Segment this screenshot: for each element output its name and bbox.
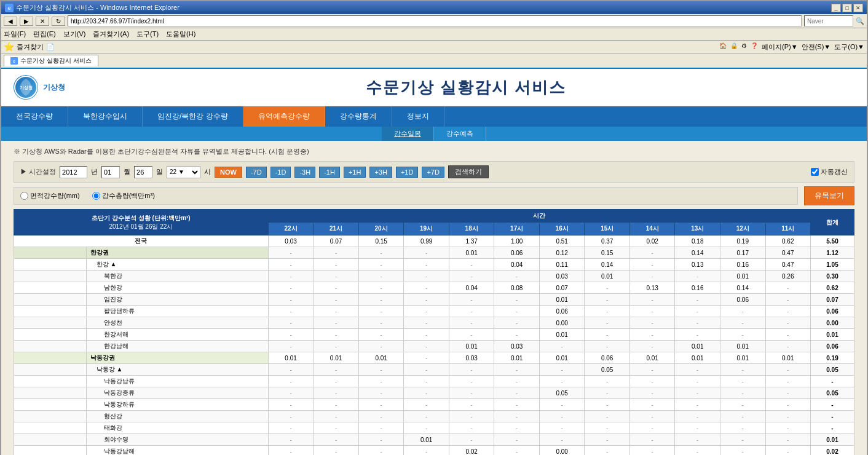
search-button[interactable]: 검색하기: [448, 165, 489, 178]
refresh-button[interactable]: ↻: [52, 17, 65, 26]
toolbar-safety-btn[interactable]: 🔒: [730, 42, 738, 52]
url-input[interactable]: [68, 15, 802, 26]
row-value: -: [314, 376, 359, 387]
page-label[interactable]: 페이지(P)▼: [762, 42, 798, 52]
row-total: -: [811, 399, 854, 411]
tab-bar: e 수문기상 실황감시 서비스: [1, 53, 867, 69]
notice-text: ※ 기상청 AWS와 Radar를 이용한 초단기강수심완분석 자류를 유역별로…: [14, 147, 854, 156]
plus3h-button[interactable]: +3H: [369, 167, 392, 178]
row-value: -: [765, 364, 811, 376]
row-value: -: [720, 411, 765, 422]
row-value: 0.07: [314, 235, 359, 247]
row-total: 0.01: [811, 434, 854, 446]
menu-help[interactable]: 도움말(H): [166, 30, 195, 39]
row-name: 낙동강남류: [86, 376, 268, 387]
nav-item-info[interactable]: 정보지: [392, 106, 444, 127]
minus1d-button[interactable]: -1D: [270, 167, 291, 178]
search-input[interactable]: [804, 15, 853, 26]
menu-file[interactable]: 파일(F): [4, 30, 26, 39]
month-input[interactable]: [101, 166, 120, 178]
hour-select[interactable]: 22 ▼: [167, 166, 200, 178]
nav-item-nationwide[interactable]: 전국강수량: [1, 106, 68, 127]
row-value: -: [358, 282, 404, 294]
row-value: -: [765, 387, 811, 399]
row-index: [14, 364, 87, 376]
site-header: 기상청 기상청 수문기상 실황감시 서비스: [1, 69, 867, 106]
window-title: 수문기상 실황감시 서비스 - Windows Internet Explore…: [16, 3, 180, 12]
close-button[interactable]: ✕: [853, 4, 863, 12]
nav-item-rain-stats[interactable]: 강수량통계: [325, 106, 392, 127]
row-value: -: [314, 317, 359, 329]
row-value: -: [268, 247, 314, 259]
row-value: -: [268, 434, 314, 446]
row-index: [14, 446, 87, 456]
row-value: -: [675, 422, 720, 434]
row-value: -: [358, 411, 404, 422]
row-name: 형산강: [86, 411, 268, 422]
plus1d-button[interactable]: +1D: [396, 167, 419, 178]
minus3h-button[interactable]: -3H: [294, 167, 315, 178]
row-value: 0.06: [539, 306, 585, 317]
table-row: 형산강-------------: [14, 411, 854, 422]
browser-tab-main[interactable]: e 수문기상 실황감시 서비스: [4, 55, 98, 66]
subnav-item-forecast[interactable]: 강수예측: [434, 127, 486, 141]
minus7d-button[interactable]: -7D: [246, 167, 267, 178]
row-value: -: [585, 434, 630, 446]
auto-refresh-label[interactable]: 자동갱신: [811, 167, 848, 176]
nav-item-bukhan-rain[interactable]: 북한강수입시: [68, 106, 143, 127]
tools-label[interactable]: 도구(O)▼: [834, 42, 864, 52]
row-name: 낙동강남해: [86, 446, 268, 456]
row-value: -: [585, 411, 630, 422]
subnav-item-rainfall[interactable]: 강수일몽: [382, 127, 434, 141]
radio-total-rainfall[interactable]: 강수총량(백만m³): [92, 191, 155, 200]
menu-edit[interactable]: 편집(E): [33, 30, 56, 39]
table-row: 팔당댐하류------0.06-----0.06: [14, 306, 854, 317]
row-value: 1.37: [449, 235, 494, 247]
minimize-button[interactable]: _: [831, 4, 841, 12]
nav-item-imjin-rain[interactable]: 임진강/북한강 강수량: [143, 106, 243, 127]
row-value: -: [629, 294, 675, 306]
menu-tools[interactable]: 도구(T): [136, 30, 159, 39]
row-value: -: [720, 376, 765, 387]
row-value: 0.00: [539, 317, 585, 329]
row-value: -: [268, 294, 314, 306]
toolbar-help-btn[interactable]: ❓: [751, 42, 758, 52]
forward-button[interactable]: ▶: [20, 17, 33, 26]
nav-item-forecast-rain[interactable]: 유역예측강수량: [243, 106, 325, 127]
radio-area-rainfall[interactable]: 면적강수량(mm): [20, 191, 80, 200]
maximize-button[interactable]: □: [842, 4, 852, 12]
menu-view[interactable]: 보기(V): [63, 30, 86, 39]
day-input[interactable]: [134, 166, 152, 178]
row-value: -: [675, 317, 720, 329]
plus1h-button[interactable]: +1H: [344, 167, 366, 178]
row-value: -: [539, 364, 585, 376]
year-input[interactable]: [60, 166, 87, 178]
back-button[interactable]: ◀: [4, 17, 17, 26]
row-name: 팔당댐하류: [86, 306, 268, 317]
row-name: 회야수영: [86, 434, 268, 446]
safety-label[interactable]: 안전(S)▼: [802, 42, 831, 52]
row-value: -: [765, 422, 811, 434]
row-value: -: [449, 259, 494, 271]
auto-refresh-checkbox[interactable]: [811, 168, 819, 176]
toolbar-tools-btn[interactable]: ⚙: [741, 42, 747, 52]
total-header: 합계: [811, 210, 854, 235]
table-row: 낙동강권0.010.010.01-0.030.010.010.060.010.0…: [14, 352, 854, 364]
toolbar-page-btn[interactable]: 🏠: [719, 42, 727, 52]
row-total: 0.05: [811, 387, 854, 399]
plus7d-button[interactable]: +7D: [422, 167, 444, 178]
row-value: -: [765, 329, 811, 341]
flow-view-button[interactable]: 유목보기: [804, 186, 854, 205]
menu-favorites[interactable]: 즐겨찾기(A): [93, 30, 129, 39]
row-value: 0.14: [585, 259, 630, 271]
tab-label: 수문기상 실황감시 서비스: [20, 57, 92, 65]
now-button[interactable]: NOW: [215, 167, 242, 178]
radio-area-rainfall-input[interactable]: [20, 192, 28, 200]
table-row: 낙동강 ▲-------0.05----0.05: [14, 364, 854, 376]
row-value: -: [449, 306, 494, 317]
stop-button[interactable]: ✕: [36, 17, 49, 26]
radio-total-rainfall-input[interactable]: [92, 192, 100, 200]
search-icon[interactable]: 🔍: [856, 17, 864, 25]
minus1h-button[interactable]: -1H: [319, 167, 340, 178]
row-value: 0.07: [539, 282, 585, 294]
